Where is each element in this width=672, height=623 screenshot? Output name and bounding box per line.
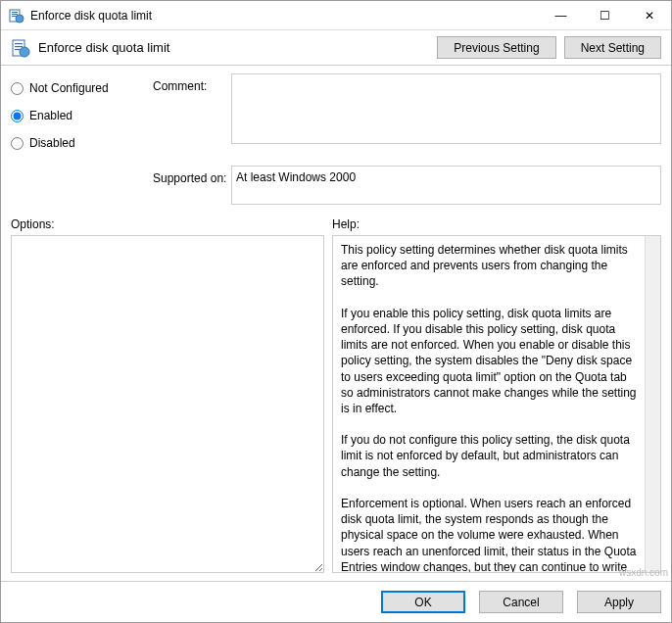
previous-setting-button[interactable]: Previous Setting xyxy=(437,36,555,59)
footer: OK Cancel Apply xyxy=(1,581,671,622)
comment-label: Comment: xyxy=(153,79,231,142)
radio-enabled-label: Enabled xyxy=(29,109,72,122)
next-setting-button[interactable]: Next Setting xyxy=(564,36,661,59)
radio-disabled-label: Disabled xyxy=(29,136,75,150)
svg-rect-7 xyxy=(15,46,23,47)
section-labels: Options: Help: xyxy=(1,212,671,235)
policy-name: Enforce disk quota limit xyxy=(38,40,429,55)
apply-button[interactable]: Apply xyxy=(577,591,661,613)
options-panel xyxy=(11,235,324,573)
radio-not-configured-label: Not Configured xyxy=(29,81,109,95)
supported-row: Supported on: xyxy=(1,166,671,212)
supported-label: Supported on: xyxy=(153,171,231,185)
maximize-button[interactable]: ☐ xyxy=(583,1,627,29)
help-scrollbar[interactable] xyxy=(645,236,660,572)
supported-textarea xyxy=(231,166,661,205)
radio-not-configured-input[interactable] xyxy=(11,82,24,95)
help-text[interactable]: This policy setting determines whether d… xyxy=(333,236,645,572)
minimize-button[interactable]: — xyxy=(539,1,583,29)
svg-rect-1 xyxy=(12,12,18,13)
radio-enabled-input[interactable] xyxy=(11,110,24,122)
close-button[interactable]: ✕ xyxy=(627,1,671,29)
svg-point-9 xyxy=(20,47,29,57)
state-radio-group: Not Configured Enabled Disabled xyxy=(11,73,153,162)
svg-rect-6 xyxy=(15,43,23,44)
app-icon xyxy=(9,8,24,24)
options-label: Options: xyxy=(11,217,332,231)
panels: This policy setting determines whether d… xyxy=(1,235,671,581)
options-content xyxy=(12,236,323,572)
help-label: Help: xyxy=(332,217,360,231)
comment-textarea[interactable] xyxy=(231,73,661,144)
titlebar: Enforce disk quota limit — ☐ ✕ xyxy=(1,1,671,30)
radio-enabled[interactable]: Enabled xyxy=(11,107,153,124)
config-area: Not Configured Enabled Disabled Comment: xyxy=(1,66,671,166)
cancel-button[interactable]: Cancel xyxy=(479,591,563,613)
radio-disabled[interactable]: Disabled xyxy=(11,134,153,152)
window-title: Enforce disk quota limit xyxy=(30,9,539,23)
policy-icon xyxy=(11,38,30,58)
radio-not-configured[interactable]: Not Configured xyxy=(11,79,153,97)
svg-rect-2 xyxy=(12,14,18,15)
svg-point-4 xyxy=(16,15,24,23)
ok-button[interactable]: OK xyxy=(381,591,465,613)
header-row: Enforce disk quota limit Previous Settin… xyxy=(1,30,671,66)
help-panel: This policy setting determines whether d… xyxy=(332,235,661,573)
radio-disabled-input[interactable] xyxy=(11,137,24,150)
